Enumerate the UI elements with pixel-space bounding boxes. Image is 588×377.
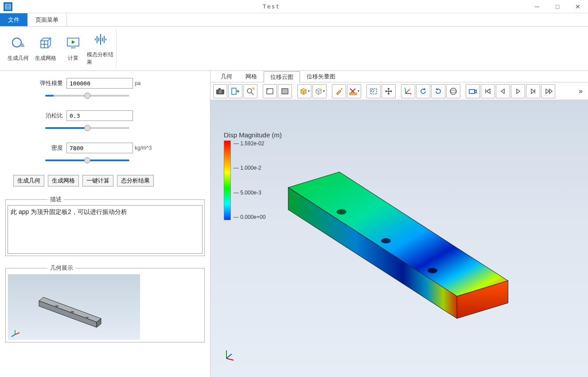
modal-button[interactable]: 态分析结果 [117, 175, 154, 187]
elastic-modulus-slider[interactable] [45, 95, 129, 97]
action-button-row: 生成几何 生成网格 一键计算 态分析结果 [4, 175, 206, 187]
first-frame-icon[interactable] [481, 84, 495, 98]
svg-rect-28 [469, 89, 475, 93]
param-unit: pa [133, 80, 140, 86]
tab-disp-contour[interactable]: 位移云图 [264, 71, 300, 82]
3d-viewport[interactable]: Disp Magnitude (m) 1.592e-02 1.000e-2 5.… [210, 100, 588, 377]
geom-preview-viewport[interactable] [8, 274, 140, 340]
view-tabs: 几何 网格 位移云图 位移矢量图 [210, 71, 588, 82]
description-fieldset: 描述 此 app 为顶升固定板2，可以进行振动分析 [5, 195, 205, 256]
orientation-triad [223, 349, 236, 362]
description-text: 此 app 为顶升固定板2，可以进行振动分析 [8, 205, 202, 254]
poisson-ratio-input[interactable] [66, 110, 133, 121]
svg-point-7 [70, 311, 74, 313]
play-icon[interactable] [511, 84, 525, 98]
svg-rect-18 [282, 89, 288, 94]
tab-disp-vector[interactable]: 位移矢量图 [300, 71, 342, 82]
rotate-ccw-icon[interactable] [416, 84, 430, 98]
ribbon-modal-result[interactable]: 模态分析结果 [87, 29, 114, 68]
density-slider[interactable] [45, 159, 129, 161]
svg-line-37 [226, 354, 232, 358]
zoom-fit-icon[interactable] [243, 84, 257, 98]
svg-point-6 [55, 305, 58, 307]
description-legend: 描述 [47, 195, 64, 203]
svg-point-19 [320, 88, 322, 90]
sphere-icon[interactable] [446, 84, 460, 98]
iso-cube-icon[interactable]: ▾ [312, 84, 327, 98]
tab-geometry[interactable]: 几何 [214, 71, 239, 82]
maximize-button[interactable]: □ [547, 0, 568, 13]
ribbon-label: 生成几何 [8, 54, 29, 62]
svg-rect-20 [350, 93, 357, 95]
play-screen-icon [66, 35, 81, 51]
slider-density [4, 156, 206, 163]
dashed-box-icon[interactable] [366, 84, 381, 98]
svg-point-13 [218, 90, 222, 93]
toolbar-overflow-icon[interactable]: » [576, 87, 585, 95]
svg-line-11 [12, 334, 15, 337]
viewport-toolbar: ▾ ▾ ▾ zxy » [210, 82, 588, 100]
slider-poisson [4, 124, 206, 130]
move-icon[interactable] [382, 84, 396, 98]
select-box-icon[interactable] [263, 84, 277, 98]
svg-point-27 [450, 90, 456, 92]
view-cube-icon[interactable]: ▾ [297, 84, 312, 98]
param-label: 泊松比 [40, 112, 66, 120]
ribbon-divider [116, 29, 117, 68]
export-icon[interactable] [228, 84, 242, 98]
svg-text:x: x [410, 93, 412, 95]
ribbon-gen-mesh[interactable]: 生成网格 [32, 29, 59, 68]
close-button[interactable]: ✕ [568, 0, 588, 13]
poisson-ratio-slider[interactable] [45, 127, 129, 129]
gen-geom-button[interactable]: 生成几何 [13, 175, 44, 187]
param-row-elastic-modulus: 弹性模量 pa [4, 78, 206, 89]
svg-point-22 [371, 89, 374, 92]
tab-mesh[interactable]: 网格 [239, 71, 264, 82]
main-area: 弹性模量 pa 泊松比 密度 kg/m^3 生成几何 生成网格 一键计算 态分析 [0, 71, 588, 377]
ribbon-gen-geom[interactable]: 生成几何 [4, 29, 32, 68]
svg-rect-15 [232, 88, 236, 94]
window-title: Test [16, 3, 527, 10]
next-frame-icon[interactable] [526, 84, 540, 98]
svg-point-16 [247, 89, 252, 93]
tab-file[interactable]: 文件 [0, 13, 27, 26]
minimize-button[interactable]: ─ [527, 0, 547, 13]
svg-point-26 [450, 88, 456, 94]
svg-point-32 [337, 209, 347, 214]
slider-elastic-modulus [4, 91, 206, 98]
prev-frame-icon[interactable] [496, 84, 510, 98]
ribbon-compute[interactable]: 计算 [59, 29, 87, 68]
gen-mesh-button[interactable]: 生成网格 [48, 175, 79, 187]
select-face-icon[interactable] [278, 84, 292, 98]
axes-icon[interactable]: zxy [401, 84, 415, 98]
compute-button[interactable]: 一键计算 [82, 175, 113, 187]
last-frame-icon[interactable] [541, 84, 555, 98]
geom-display-fieldset: 几何展示 [5, 264, 205, 342]
density-input[interactable] [66, 143, 133, 153]
svg-point-33 [381, 238, 391, 243]
ribbon-label: 生成网格 [35, 54, 56, 62]
rotate-cw-icon[interactable] [431, 84, 445, 98]
svg-text:z: z [404, 87, 405, 89]
ribbon-label: 计算 [68, 54, 78, 62]
param-label: 弹性模量 [40, 79, 66, 87]
clean-brush-icon[interactable] [332, 84, 346, 98]
app-icon [4, 2, 12, 11]
ruler-x-icon[interactable]: ▾ [347, 84, 361, 98]
right-panel: 几何 网格 位移云图 位移矢量图 ▾ ▾ ▾ zxy [210, 71, 588, 377]
ribbon-label: 模态分析结果 [87, 51, 114, 66]
param-row-poisson: 泊松比 [4, 110, 206, 121]
elastic-modulus-input[interactable] [66, 78, 133, 89]
svg-point-34 [428, 268, 437, 273]
param-unit: kg/m^3 [133, 145, 152, 151]
svg-line-9 [15, 333, 19, 334]
record-icon[interactable] [466, 84, 480, 98]
svg-line-35 [226, 358, 234, 360]
svg-point-1 [12, 38, 21, 47]
waveform-icon [93, 31, 108, 47]
svg-text:y: y [409, 88, 410, 90]
result-model [210, 100, 588, 377]
camera-icon[interactable] [213, 84, 227, 98]
svg-rect-14 [218, 88, 221, 90]
tab-page-menu[interactable]: 页面菜单 [27, 13, 67, 26]
